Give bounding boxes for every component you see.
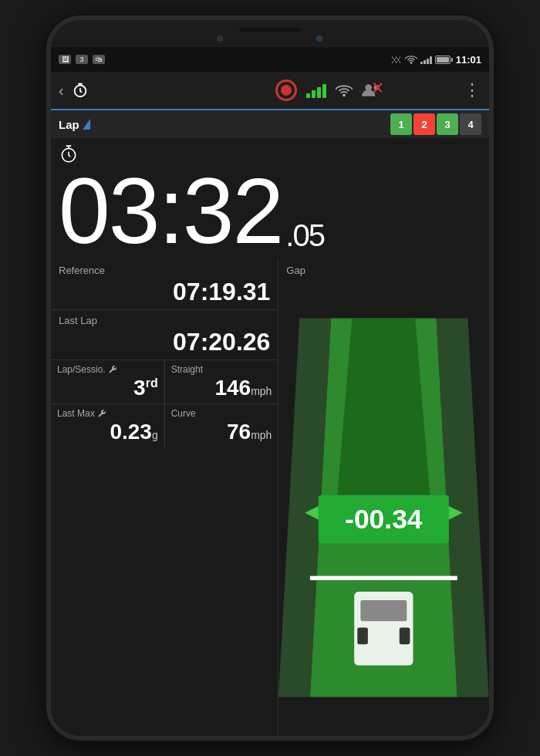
main-time-display: 03:32 .05 bbox=[59, 164, 481, 257]
lap-session-value: 3rd bbox=[57, 376, 158, 400]
svg-marker-10 bbox=[336, 319, 431, 508]
left-panels: Reference 07:19.31 Last Lap 07:20.26 Lap… bbox=[51, 260, 278, 736]
record-inner bbox=[281, 85, 292, 96]
last-lap-value: 07:20.26 bbox=[59, 328, 270, 356]
right-panel: Gap bbox=[278, 260, 489, 736]
main-time-decimal: .05 bbox=[285, 220, 324, 251]
phone-device: 🖼 3 🛍 ⯵ bbox=[46, 15, 494, 741]
screen: 🖼 3 🛍 ⯵ bbox=[51, 47, 489, 736]
reference-label: Reference bbox=[59, 265, 270, 276]
status-bar: 🖼 3 🛍 ⯵ bbox=[51, 47, 489, 72]
straight-label: Straight bbox=[171, 364, 272, 375]
lap-triangle bbox=[83, 119, 90, 130]
status-left: 🖼 3 🛍 bbox=[59, 55, 105, 64]
lap-tab-2[interactable]: 2 bbox=[413, 113, 435, 135]
timer-icon bbox=[72, 82, 89, 99]
bluetooth-icon: ⯵ bbox=[391, 53, 402, 66]
svg-rect-14 bbox=[400, 627, 410, 644]
lap-session-label: Lap/Sessio. bbox=[57, 364, 158, 375]
svg-rect-13 bbox=[358, 627, 369, 644]
reference-value: 07:19.31 bbox=[59, 278, 270, 306]
last-lap-panel: Last Lap 07:20.26 bbox=[51, 310, 278, 360]
toolbar-right: ⋮ bbox=[464, 80, 481, 100]
straight-panel: Straight 146mph bbox=[165, 360, 278, 403]
camera-row bbox=[217, 35, 323, 42]
gap-label: Gap bbox=[278, 260, 313, 279]
users-icon bbox=[362, 83, 382, 98]
last-max-value: 0.23g bbox=[57, 420, 158, 444]
toolbar-wifi-icon bbox=[336, 83, 353, 97]
phone-top-hardware bbox=[51, 20, 489, 47]
timer-area: 03:32 .05 bbox=[51, 138, 489, 260]
straight-value: 146mph bbox=[171, 376, 272, 400]
lap-tab-4[interactable]: 4 bbox=[460, 113, 481, 135]
front-camera bbox=[316, 35, 323, 42]
more-menu-button[interactable]: ⋮ bbox=[464, 80, 481, 100]
last-lap-label: Last Lap bbox=[59, 315, 270, 326]
notification-3-icon: 3 bbox=[76, 55, 88, 64]
main-time-digits: 03:32 bbox=[59, 164, 282, 257]
battery-icon bbox=[435, 56, 453, 64]
record-button[interactable] bbox=[275, 79, 297, 101]
shopping-icon: 🛍 bbox=[93, 55, 105, 64]
lap-label: Lap bbox=[59, 118, 79, 131]
curve-label: Curve bbox=[171, 408, 272, 419]
svg-text:-00.34: -00.34 bbox=[345, 504, 423, 535]
back-icon[interactable]: ‹ bbox=[59, 82, 64, 100]
sensor bbox=[217, 35, 223, 42]
toolbar-left: ‹ bbox=[59, 82, 194, 100]
toolbar-center bbox=[194, 79, 464, 101]
last-max-wrench-icon bbox=[97, 409, 106, 418]
status-right: ⯵ bbox=[391, 53, 481, 66]
track-svg: -00.34 bbox=[278, 279, 489, 736]
status-time: 11:01 bbox=[456, 54, 481, 66]
lap-tab-3[interactable]: 3 bbox=[437, 113, 458, 135]
data-panels: Reference 07:19.31 Last Lap 07:20.26 Lap… bbox=[51, 260, 489, 736]
bottom-row-2: Last Max 0.23g Curve 76mph bbox=[51, 403, 278, 447]
curve-panel: Curve 76mph bbox=[165, 404, 278, 447]
app-toolbar: ‹ bbox=[51, 72, 489, 110]
lap-session-panel: Lap/Sessio. 3rd bbox=[51, 360, 165, 403]
signal-icon bbox=[420, 55, 432, 64]
gallery-icon: 🖼 bbox=[59, 55, 71, 64]
wrench-icon bbox=[108, 365, 117, 374]
reference-panel: Reference 07:19.31 bbox=[51, 260, 278, 310]
lap-tab-1[interactable]: 1 bbox=[390, 113, 412, 135]
last-max-label: Last Max bbox=[57, 408, 158, 419]
lap-header: Lap 1 2 3 4 bbox=[51, 110, 489, 138]
lap-label-area: Lap bbox=[59, 118, 90, 131]
svg-rect-12 bbox=[361, 600, 407, 621]
curve-value: 76mph bbox=[171, 420, 272, 444]
last-max-panel: Last Max 0.23g bbox=[51, 404, 165, 447]
lap-tabs[interactable]: 1 2 3 4 bbox=[390, 113, 481, 135]
bottom-row-1: Lap/Sessio. 3rd Straight 146mph bbox=[51, 360, 278, 403]
speaker bbox=[239, 28, 301, 32]
signal-bars bbox=[306, 83, 326, 98]
svg-rect-17 bbox=[310, 576, 457, 580]
wifi-icon bbox=[405, 55, 417, 64]
track-visualization: -00.34 bbox=[278, 279, 489, 736]
